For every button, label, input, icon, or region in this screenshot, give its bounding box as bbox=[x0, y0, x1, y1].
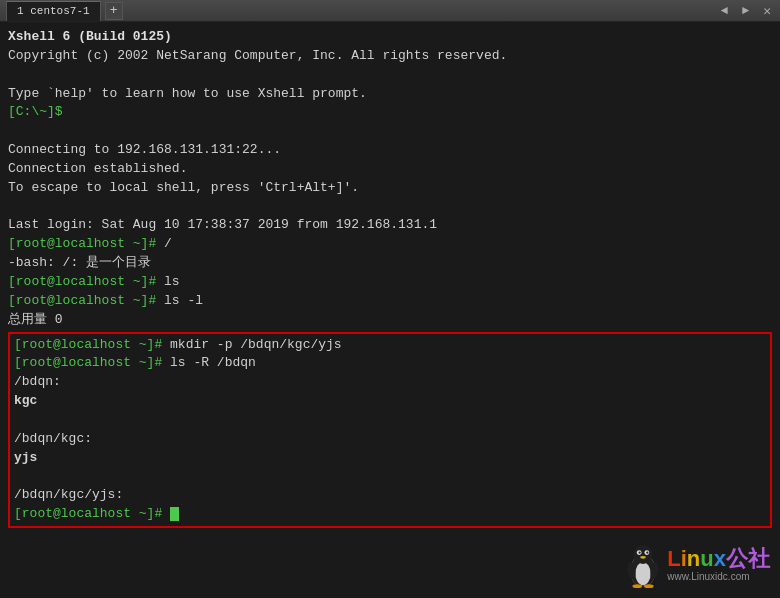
terminal-line-bdqn-kgc: /bdqn/kgc: bbox=[14, 430, 766, 449]
svg-point-8 bbox=[640, 556, 646, 559]
terminal-line-established: Connection established. bbox=[8, 160, 772, 179]
terminal-line-mkdir: [root@localhost ~]# mkdir -p /bdqn/kgc/y… bbox=[14, 336, 766, 355]
svg-point-3 bbox=[634, 545, 653, 564]
nav-right-button[interactable]: ► bbox=[739, 4, 752, 18]
linux-logo-text: Linux公社 bbox=[667, 548, 770, 570]
svg-point-7 bbox=[646, 551, 648, 553]
terminal-line-bash-error: -bash: /: 是一个目录 bbox=[8, 254, 772, 273]
title-bar: 1 centos7-1 + ◄ ► ✕ bbox=[0, 0, 780, 22]
svg-point-9 bbox=[633, 584, 643, 588]
watermark: Linux公社 www.Linuxidc.com bbox=[623, 542, 770, 590]
terminal-line-prompt1: [C:\~]$ bbox=[8, 103, 772, 122]
terminal-line-blank2 bbox=[8, 122, 772, 141]
tab-label: 1 centos7-1 bbox=[17, 5, 90, 17]
nav-left-button[interactable]: ◄ bbox=[718, 4, 731, 18]
watermark-text: Linux公社 www.Linuxidc.com bbox=[667, 548, 770, 585]
terminal-line-blank-h1 bbox=[14, 411, 766, 430]
terminal-line-xshell: Xshell 6 (Build 0125) bbox=[8, 28, 772, 47]
terminal-line-bdqn-dir: /bdqn: bbox=[14, 373, 766, 392]
terminal-line-help: Type `help' to learn how to use Xshell p… bbox=[8, 85, 772, 104]
cursor bbox=[170, 507, 179, 521]
terminal-line-cmd-ls-l: [root@localhost ~]# ls -l bbox=[8, 292, 772, 311]
terminal-line-kgc: kgc bbox=[14, 392, 766, 411]
terminal-line-yjs: yjs bbox=[14, 449, 766, 468]
terminal-line-blank3 bbox=[8, 198, 772, 217]
title-bar-right: ◄ ► ✕ bbox=[718, 3, 774, 19]
svg-point-10 bbox=[644, 584, 654, 588]
svg-point-2 bbox=[636, 562, 651, 585]
svg-point-6 bbox=[639, 551, 641, 553]
add-tab-button[interactable]: + bbox=[105, 2, 123, 20]
site-url: www.Linuxidc.com bbox=[667, 570, 749, 585]
terminal-line-bdqn-kgc-yjs: /bdqn/kgc/yjs: bbox=[14, 486, 766, 505]
penguin-icon bbox=[623, 542, 663, 590]
terminal-line-cmd-slash: [root@localhost ~]# / bbox=[8, 235, 772, 254]
terminal-line-blank1 bbox=[8, 66, 772, 85]
terminal-line-escape: To escape to local shell, press 'Ctrl+Al… bbox=[8, 179, 772, 198]
terminal-line-lastlogin: Last login: Sat Aug 10 17:38:37 2019 fro… bbox=[8, 216, 772, 235]
terminal-line-final-prompt: [root@localhost ~]# bbox=[14, 505, 766, 524]
terminal-line-blank-h2 bbox=[14, 467, 766, 486]
terminal-line-cmd-ls: [root@localhost ~]# ls bbox=[8, 273, 772, 292]
terminal-line-total: 总用量 0 bbox=[8, 311, 772, 330]
highlight-section: [root@localhost ~]# mkdir -p /bdqn/kgc/y… bbox=[8, 332, 772, 528]
title-bar-left: 1 centos7-1 + bbox=[6, 1, 123, 21]
tab-centos7[interactable]: 1 centos7-1 bbox=[6, 1, 101, 21]
close-button[interactable]: ✕ bbox=[760, 3, 774, 19]
terminal-line-connecting: Connecting to 192.168.131.131:22... bbox=[8, 141, 772, 160]
terminal-line-copyright: Copyright (c) 2002 NetSarang Computer, I… bbox=[8, 47, 772, 66]
terminal-area: Xshell 6 (Build 0125) Copyright (c) 2002… bbox=[0, 22, 780, 598]
terminal-line-ls-r: [root@localhost ~]# ls -R /bdqn bbox=[14, 354, 766, 373]
